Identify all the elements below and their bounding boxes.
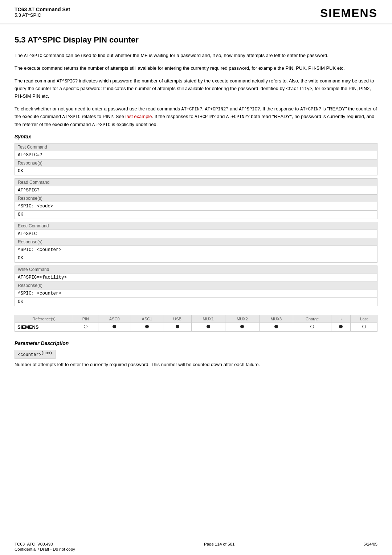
ref-siemens-pin <box>73 323 98 331</box>
syntax-test-command-row: AT^SPIC=? <box>15 151 377 159</box>
code-atspic-ref2: AT^SPIC <box>62 114 81 119</box>
read-response-ok: OK <box>15 210 377 219</box>
code-facility: <facility> <box>286 86 312 92</box>
ref-siemens-last <box>351 323 377 331</box>
code-atspic-p4: AT^SPIC <box>239 107 257 112</box>
ref-col-arrow: → <box>331 315 351 323</box>
paragraph-1: The AT^SPIC command can be used to find … <box>15 52 377 60</box>
ref-col-pin: PIN <box>73 315 98 323</box>
page-header: TC63 AT Command Set 5.3 AT^SPIC SIEMENS <box>0 0 392 24</box>
paragraph-4: To check whether or not you need to ente… <box>15 105 377 129</box>
syntax-test-response-label-row: Response(s) <box>15 159 377 167</box>
circle-empty-charge <box>310 325 314 328</box>
circle-filled-mux3 <box>274 325 278 328</box>
ref-siemens-mux3 <box>259 323 293 331</box>
ref-siemens-usb <box>163 323 191 331</box>
syntax-exec-response-label-row: Response(s) <box>15 238 377 246</box>
paragraph-3: The read command AT^SPIC? indicates whic… <box>15 77 377 100</box>
ref-col-references: Reference(s) <box>15 315 73 323</box>
syntax-block-write-header: Write Command <box>15 266 377 273</box>
write-command-value: AT^SPIC=<facility> <box>15 273 377 281</box>
circle-empty-pin <box>84 325 87 328</box>
syntax-exec-response-ok-row: OK <box>15 254 377 262</box>
ref-siemens-arrow <box>331 323 351 331</box>
write-response-value: ^SPIC: <counter> <box>15 289 377 297</box>
page-footer: TC63_ATC_V00.490 Confidential / Draft - … <box>0 538 392 555</box>
syntax-heading: Syntax <box>15 134 377 139</box>
ref-siemens-asc1 <box>131 323 163 331</box>
syntax-read-response-row: ^SPIC: <code> <box>15 202 377 210</box>
header-logo: SIEMENS <box>320 7 377 20</box>
ref-table-header-row: Reference(s) PIN ASC0 ASC1 USB MUX1 MUX2… <box>15 315 377 323</box>
ref-siemens-label: SIEMENS <box>15 323 73 331</box>
ref-siemens-charge <box>293 323 331 331</box>
last-example-link[interactable]: last example <box>126 114 152 119</box>
footer-page: Page 114 of 501 <box>204 542 234 551</box>
ref-col-asc1: ASC1 <box>131 315 163 323</box>
syntax-read-response-label-row: Response(s) <box>15 194 377 202</box>
exec-response-label: Response(s) <box>15 238 377 246</box>
ref-col-mux1: MUX1 <box>191 315 225 323</box>
param-superscript: (num) <box>41 351 52 355</box>
ref-col-usb: USB <box>163 315 191 323</box>
ref-col-mux3: MUX3 <box>259 315 293 323</box>
param-heading: Parameter Description <box>15 340 377 346</box>
exec-command-label: Exec Command <box>15 222 377 230</box>
circle-filled-usb <box>176 325 179 328</box>
write-command-label: Write Command <box>15 266 377 273</box>
ref-table-siemens-row: SIEMENS <box>15 323 377 331</box>
syntax-block-test-header: Test Command <box>15 143 377 151</box>
syntax-write-response-ok-row: OK <box>15 297 377 306</box>
header-left: TC63 AT Command Set 5.3 AT^SPIC <box>15 7 70 18</box>
code-atcpin-p4: AT+CPIN <box>181 107 200 112</box>
ref-siemens-mux2 <box>225 323 260 331</box>
footer-left: TC63_ATC_V00.490 Confidential / Draft - … <box>15 542 75 551</box>
syntax-block-exec-header: Exec Command <box>15 222 377 230</box>
code-atcpin2-p4: AT+CPIN2 <box>205 107 226 112</box>
syntax-block-read-header: Read Command <box>15 178 377 186</box>
ref-col-last: Last <box>351 315 377 323</box>
read-response-label: Response(s) <box>15 194 377 202</box>
paragraph-2: The execute command returns the number o… <box>15 65 377 72</box>
ref-col-charge: Charge <box>293 315 331 323</box>
circle-filled-asc0 <box>113 325 116 328</box>
circle-filled-mux1 <box>207 325 210 328</box>
footer-date: 5/24/05 <box>364 542 377 551</box>
circle-filled-mux2 <box>240 325 244 328</box>
code-atcpin-ref3: AT+CPIN <box>195 114 213 119</box>
header-title: TC63 AT Command Set <box>15 7 70 12</box>
test-command-value: AT^SPIC=? <box>15 151 377 159</box>
main-content: 5.3 AT^SPIC Display PIN counter The AT^S… <box>0 24 392 555</box>
ref-col-mux2: MUX2 <box>225 315 260 323</box>
code-atcpin2-ref: AT+CPIN2 <box>226 114 247 119</box>
syntax-write-response-row: ^SPIC: <counter> <box>15 289 377 297</box>
test-response-value: OK <box>15 167 377 175</box>
code-atspic-p1: AT^SPIC <box>24 53 42 58</box>
param-name-box: <counter>(num) <box>15 350 56 359</box>
footer-confidential: Confidential / Draft - Do not copy <box>15 547 75 551</box>
syntax-exec-response-row: ^SPIC: <counter> <box>15 246 377 254</box>
section-heading: 5.3 AT^SPIC Display PIN counter <box>15 35 377 45</box>
exec-response-ok: OK <box>15 254 377 262</box>
syntax-exec-command-row: AT^SPIC <box>15 230 377 238</box>
syntax-write-response-label-row: Response(s) <box>15 281 377 289</box>
syntax-read-response-ok-row: OK <box>15 210 377 219</box>
code-atspic-ref3: AT^SPIC <box>92 122 110 127</box>
syntax-read-command-row: AT^SPIC? <box>15 186 377 194</box>
circle-filled-asc1 <box>145 325 149 328</box>
code-atspic-p3: AT^SPIC <box>57 79 75 84</box>
exec-command-value: AT^SPIC <box>15 230 377 238</box>
circle-filled-arrow <box>339 325 343 328</box>
read-command-label: Read Command <box>15 178 377 186</box>
reference-table: Reference(s) PIN ASC0 ASC1 USB MUX1 MUX2… <box>15 315 377 332</box>
header-subtitle: 5.3 AT^SPIC <box>15 12 70 18</box>
test-command-label: Test Command <box>15 143 377 151</box>
param-name-container: <counter>(num) <box>15 350 377 361</box>
test-response-label: Response(s) <box>15 159 377 167</box>
ref-siemens-mux1 <box>191 323 225 331</box>
syntax-write-command-row: AT^SPIC=<facility> <box>15 273 377 281</box>
footer-doc-id: TC63_ATC_V00.490 <box>15 542 75 546</box>
write-response-ok: OK <box>15 297 377 306</box>
ref-col-asc0: ASC0 <box>98 315 131 323</box>
read-command-value: AT^SPIC? <box>15 186 377 194</box>
